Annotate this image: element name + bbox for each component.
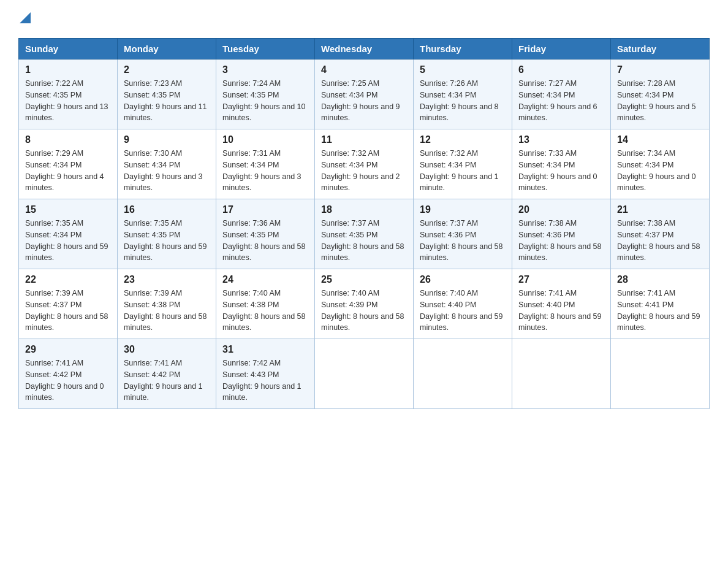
day-info: Sunrise: 7:24 AMSunset: 4:35 PMDaylight:…: [222, 79, 306, 122]
day-number: 4: [321, 64, 407, 75]
table-row: 6Sunrise: 7:27 AMSunset: 4:34 PMDaylight…: [512, 59, 611, 129]
day-number: 23: [124, 274, 210, 285]
day-number: 22: [25, 274, 111, 285]
day-info: Sunrise: 7:36 AMSunset: 4:35 PMDaylight:…: [222, 219, 306, 262]
header-saturday: Saturday: [611, 39, 710, 59]
table-row: 25Sunrise: 7:40 AMSunset: 4:39 PMDayligh…: [315, 269, 414, 339]
header-wednesday: Wednesday: [315, 39, 414, 59]
day-number: 29: [25, 344, 111, 355]
day-number: 10: [222, 134, 308, 145]
day-number: 30: [124, 344, 210, 355]
day-info: Sunrise: 7:35 AMSunset: 4:34 PMDaylight:…: [25, 219, 108, 262]
day-info: Sunrise: 7:26 AMSunset: 4:34 PMDaylight:…: [420, 79, 499, 122]
table-row: [414, 339, 512, 409]
table-row: 8Sunrise: 7:29 AMSunset: 4:34 PMDaylight…: [19, 129, 118, 199]
table-row: 2Sunrise: 7:23 AMSunset: 4:35 PMDaylight…: [118, 59, 216, 129]
table-row: [512, 339, 611, 409]
header-thursday: Thursday: [414, 39, 512, 59]
day-info: Sunrise: 7:29 AMSunset: 4:34 PMDaylight:…: [25, 149, 104, 192]
table-row: 29Sunrise: 7:41 AMSunset: 4:42 PMDayligh…: [19, 339, 118, 409]
day-number: 1: [25, 64, 111, 75]
table-row: 18Sunrise: 7:37 AMSunset: 4:35 PMDayligh…: [315, 199, 414, 269]
table-row: 15Sunrise: 7:35 AMSunset: 4:34 PMDayligh…: [19, 199, 118, 269]
calendar-table: Sunday Monday Tuesday Wednesday Thursday…: [18, 38, 710, 409]
header-sunday: Sunday: [19, 39, 118, 59]
table-row: 12Sunrise: 7:32 AMSunset: 4:34 PMDayligh…: [414, 129, 512, 199]
day-number: 17: [222, 204, 308, 215]
day-info: Sunrise: 7:37 AMSunset: 4:35 PMDaylight:…: [321, 219, 404, 262]
day-number: 31: [222, 344, 308, 355]
table-row: 20Sunrise: 7:38 AMSunset: 4:36 PMDayligh…: [512, 199, 611, 269]
day-info: Sunrise: 7:38 AMSunset: 4:36 PMDaylight:…: [518, 219, 602, 262]
table-row: 19Sunrise: 7:37 AMSunset: 4:36 PMDayligh…: [414, 199, 512, 269]
day-info: Sunrise: 7:33 AMSunset: 4:34 PMDaylight:…: [518, 149, 597, 192]
day-info: Sunrise: 7:38 AMSunset: 4:37 PMDaylight:…: [617, 219, 700, 262]
table-row: 9Sunrise: 7:30 AMSunset: 4:34 PMDaylight…: [118, 129, 216, 199]
day-number: 5: [420, 64, 506, 75]
svg-marker-0: [20, 12, 31, 23]
calendar-week-row: 29Sunrise: 7:41 AMSunset: 4:42 PMDayligh…: [19, 339, 710, 409]
day-number: 11: [321, 134, 407, 145]
table-row: 4Sunrise: 7:25 AMSunset: 4:34 PMDaylight…: [315, 59, 414, 129]
day-number: 9: [124, 134, 210, 145]
table-row: 1Sunrise: 7:22 AMSunset: 4:35 PMDaylight…: [19, 59, 118, 129]
day-number: 12: [420, 134, 506, 145]
table-row: 21Sunrise: 7:38 AMSunset: 4:37 PMDayligh…: [611, 199, 710, 269]
day-info: Sunrise: 7:35 AMSunset: 4:35 PMDaylight:…: [124, 219, 207, 262]
weekday-header-row: Sunday Monday Tuesday Wednesday Thursday…: [19, 39, 710, 59]
calendar-week-row: 22Sunrise: 7:39 AMSunset: 4:37 PMDayligh…: [19, 269, 710, 339]
day-info: Sunrise: 7:42 AMSunset: 4:43 PMDaylight:…: [222, 359, 301, 402]
day-info: Sunrise: 7:41 AMSunset: 4:40 PMDaylight:…: [518, 289, 602, 332]
table-row: 31Sunrise: 7:42 AMSunset: 4:43 PMDayligh…: [216, 339, 315, 409]
day-number: 20: [518, 204, 604, 215]
day-number: 2: [124, 64, 210, 75]
day-info: Sunrise: 7:22 AMSunset: 4:35 PMDaylight:…: [25, 79, 108, 122]
table-row: 13Sunrise: 7:33 AMSunset: 4:34 PMDayligh…: [512, 129, 611, 199]
day-number: 27: [518, 274, 604, 285]
day-number: 3: [222, 64, 308, 75]
day-info: Sunrise: 7:27 AMSunset: 4:34 PMDaylight:…: [518, 79, 597, 122]
day-info: Sunrise: 7:32 AMSunset: 4:34 PMDaylight:…: [321, 149, 400, 192]
table-row: [315, 339, 414, 409]
day-number: 13: [518, 134, 604, 145]
day-info: Sunrise: 7:32 AMSunset: 4:34 PMDaylight:…: [420, 149, 499, 192]
header-monday: Monday: [118, 39, 216, 59]
logo-triangle-icon: [20, 12, 31, 23]
table-row: [611, 339, 710, 409]
day-info: Sunrise: 7:41 AMSunset: 4:42 PMDaylight:…: [124, 359, 203, 402]
day-info: Sunrise: 7:39 AMSunset: 4:38 PMDaylight:…: [124, 289, 207, 332]
day-info: Sunrise: 7:28 AMSunset: 4:34 PMDaylight:…: [617, 79, 696, 122]
day-number: 15: [25, 204, 111, 215]
day-number: 16: [124, 204, 210, 215]
table-row: 16Sunrise: 7:35 AMSunset: 4:35 PMDayligh…: [118, 199, 216, 269]
table-row: 27Sunrise: 7:41 AMSunset: 4:40 PMDayligh…: [512, 269, 611, 339]
day-number: 25: [321, 274, 407, 285]
logo: [18, 12, 31, 26]
table-row: 30Sunrise: 7:41 AMSunset: 4:42 PMDayligh…: [118, 339, 216, 409]
day-info: Sunrise: 7:40 AMSunset: 4:40 PMDaylight:…: [420, 289, 503, 332]
header-tuesday: Tuesday: [216, 39, 315, 59]
day-number: 8: [25, 134, 111, 145]
table-row: 26Sunrise: 7:40 AMSunset: 4:40 PMDayligh…: [414, 269, 512, 339]
day-number: 18: [321, 204, 407, 215]
page-header: [18, 12, 710, 26]
table-row: 7Sunrise: 7:28 AMSunset: 4:34 PMDaylight…: [611, 59, 710, 129]
day-info: Sunrise: 7:39 AMSunset: 4:37 PMDaylight:…: [25, 289, 108, 332]
table-row: 23Sunrise: 7:39 AMSunset: 4:38 PMDayligh…: [118, 269, 216, 339]
day-info: Sunrise: 7:30 AMSunset: 4:34 PMDaylight:…: [124, 149, 203, 192]
day-number: 21: [617, 204, 703, 215]
day-info: Sunrise: 7:31 AMSunset: 4:34 PMDaylight:…: [222, 149, 301, 192]
day-info: Sunrise: 7:40 AMSunset: 4:39 PMDaylight:…: [321, 289, 404, 332]
day-info: Sunrise: 7:40 AMSunset: 4:38 PMDaylight:…: [222, 289, 306, 332]
day-info: Sunrise: 7:25 AMSunset: 4:34 PMDaylight:…: [321, 79, 400, 122]
table-row: 22Sunrise: 7:39 AMSunset: 4:37 PMDayligh…: [19, 269, 118, 339]
day-info: Sunrise: 7:34 AMSunset: 4:34 PMDaylight:…: [617, 149, 696, 192]
day-info: Sunrise: 7:41 AMSunset: 4:41 PMDaylight:…: [617, 289, 700, 332]
day-number: 24: [222, 274, 308, 285]
table-row: 28Sunrise: 7:41 AMSunset: 4:41 PMDayligh…: [611, 269, 710, 339]
day-number: 28: [617, 274, 703, 285]
calendar-week-row: 8Sunrise: 7:29 AMSunset: 4:34 PMDaylight…: [19, 129, 710, 199]
table-row: 11Sunrise: 7:32 AMSunset: 4:34 PMDayligh…: [315, 129, 414, 199]
calendar-week-row: 15Sunrise: 7:35 AMSunset: 4:34 PMDayligh…: [19, 199, 710, 269]
table-row: 14Sunrise: 7:34 AMSunset: 4:34 PMDayligh…: [611, 129, 710, 199]
